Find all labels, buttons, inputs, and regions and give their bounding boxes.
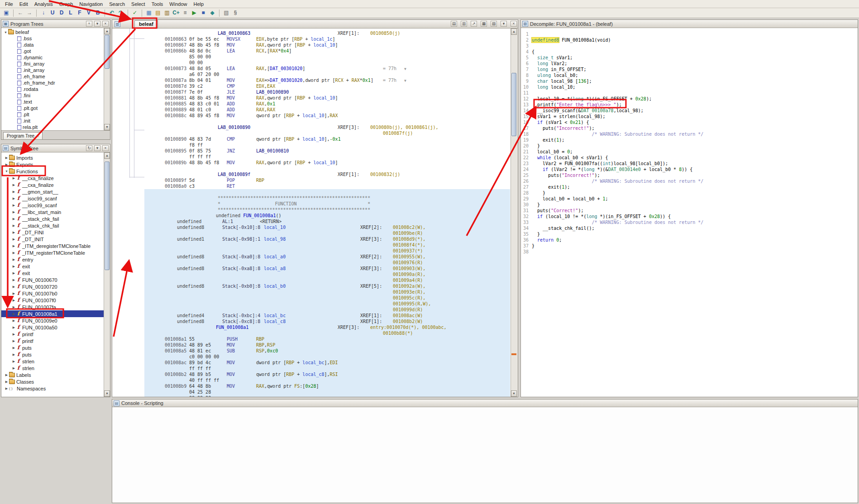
menu-help[interactable]: Help — [190, 1, 207, 7]
tree-item-fun-001007b0[interactable]: ▶FUN_001007b0 — [1, 290, 104, 297]
expander-icon[interactable]: ▶ — [11, 299, 16, 302]
listing-field[interactable]: = 77h — [383, 77, 396, 83]
listing-field[interactable]: SUB — [227, 348, 235, 354]
listing-field[interactable]: 00 00 00 — [189, 395, 211, 397]
expander-icon[interactable]: ▶ — [11, 224, 16, 228]
decompile-line[interactable]: 17 puts("Incorrect!"); — [522, 125, 857, 131]
listing-row[interactable]: undefined8Stack[-0x10]:8local_10XREF[2]:… — [144, 224, 510, 230]
listing-field[interactable]: 001008b2(W) — [393, 319, 423, 324]
tree-item--init[interactable]: .init — [1, 118, 104, 124]
listing-field[interactable]: ****************************************… — [218, 207, 370, 213]
listing-row[interactable]: 00 00 — [144, 60, 510, 66]
tree-item-printf[interactable]: ▶printf — [1, 338, 104, 344]
listing-field[interactable]: 00100850(j) — [370, 30, 400, 36]
listing-field[interactable]: 0f 85 75 — [189, 148, 211, 154]
listing-field[interactable]: CMP — [227, 83, 235, 89]
stop-icon[interactable]: ■ — [199, 9, 207, 17]
listing-row[interactable]: 0010087d39 c2CMPEDX,EAX — [144, 83, 510, 89]
listing-field[interactable]: 001008ac(W) — [393, 313, 423, 319]
listing-row[interactable]: 0010095c(R), — [144, 295, 510, 301]
listing-field[interactable]: 001008a2 — [165, 342, 186, 348]
listing-field[interactable]: 00100867 — [165, 42, 186, 48]
memory-map-icon[interactable]: ▦ — [145, 9, 153, 17]
listing-field[interactable]: local_98 — [264, 236, 286, 242]
decompile-line[interactable]: 5 size_t sVar1; — [522, 55, 857, 61]
listing-field[interactable]: 00100903(W), — [393, 266, 425, 271]
listing-row[interactable]: 0010089048 83 7dCMPqword ptr [RBP + loca… — [144, 136, 510, 142]
decompile-line[interactable]: 10 long local_10; — [522, 84, 857, 90]
listing-field[interactable]: LEA — [227, 66, 235, 71]
listing-field[interactable]: entry:0010070d(*), 00100abc, — [370, 324, 447, 330]
listing-row[interactable]: 00100b88(*) — [144, 330, 510, 336]
expander-icon[interactable]: ▶ — [4, 156, 9, 160]
validate-icon[interactable]: ✓ — [131, 9, 139, 17]
listing-field[interactable]: 48 89 45 f8 — [189, 113, 219, 119]
listing-field[interactable]: 8b 04 01 — [189, 77, 211, 83]
listing-field[interactable]: XREF[3]: — [360, 266, 382, 271]
listing-field[interactable]: RAX,[DAT_00301020] — [256, 66, 305, 71]
decompile-line[interactable]: 9 char local_98 [136]; — [522, 78, 857, 84]
listing-field[interactable]: 001008d9(*), — [393, 236, 425, 242]
console-icon[interactable]: ≡ — [181, 9, 189, 17]
tree-item-fun-00100720[interactable]: ▶FUN_00100720 — [1, 283, 104, 290]
listing-field[interactable]: XREF[2]: — [360, 254, 382, 260]
listing-field[interactable]: 0f be 55 ec — [189, 36, 219, 42]
tree-item--plt[interactable]: .plt — [1, 111, 104, 118]
close-icon[interactable]: × — [102, 145, 109, 151]
decompile-line[interactable]: 15 sVar1 = strlen(local_98); — [522, 114, 857, 119]
decompile-line[interactable]: 31 puts("Correct!"); — [522, 208, 857, 214]
listing-field[interactable]: Stack[-0xb0]:8 — [222, 283, 260, 289]
listing-field[interactable]: local_10 — [264, 224, 286, 230]
expander-icon[interactable]: ▶ — [4, 163, 9, 166]
tree-item-exports[interactable]: ▶Exports — [1, 161, 104, 168]
program-tree-scrollbar[interactable]: ▲ ▼ — [104, 28, 110, 130]
listing-field[interactable]: Stack[-0x98]:1 — [222, 236, 260, 242]
expander-icon[interactable]: ▶ — [11, 204, 16, 207]
expander-icon[interactable]: ▶ — [11, 190, 16, 194]
listing-field[interactable]: LAB_00100890 — [218, 124, 250, 130]
tree-item--isoc99-scanf[interactable]: ▶__isoc99_scanf — [1, 202, 104, 209]
decompile-line[interactable]: 6 long lVar2; — [522, 61, 857, 67]
scroll-thumb[interactable] — [105, 35, 110, 69]
close-icon[interactable]: × — [511, 21, 517, 27]
listing-field[interactable]: 00100b88(*) — [383, 330, 413, 336]
cursor-location-icon[interactable]: ↗ — [471, 21, 477, 27]
listing-field[interactable]: undefined8 — [177, 254, 204, 260]
listing-field[interactable]: XREF[1]: — [360, 313, 382, 319]
listing-field[interactable]: 48 89 b5 — [189, 371, 211, 377]
tree-item--libc-start-main[interactable]: ▶__libc_start_main — [1, 209, 104, 215]
listing-field[interactable]: RBP — [256, 177, 264, 183]
tree-item-beleaf[interactable]: ▼beleaf — [1, 29, 104, 35]
tree-item--itm-registertmclonetable[interactable]: ▶_ITM_registerTMCloneTable — [1, 249, 104, 256]
listing-row[interactable]: 0010088148 8b 45 f8MOVRAX,qword ptr [RBP… — [144, 95, 510, 101]
listing-field[interactable]: 00100976(R) — [393, 260, 423, 266]
listing-field[interactable]: undefined8 — [177, 319, 204, 324]
listing-row[interactable]: 04 25 28 — [144, 389, 510, 395]
listing-field[interactable]: MOV — [227, 95, 235, 101]
expander-icon[interactable]: ▶ — [11, 231, 16, 234]
tree-item-exit[interactable]: ▶exit — [1, 263, 104, 270]
listing-row[interactable]: 0010089f5dPOPRBP — [144, 177, 510, 183]
listing-field[interactable]: LAB_00100810 — [256, 148, 289, 154]
back-icon[interactable]: ← — [16, 9, 24, 17]
listing-field[interactable]: 0010099d(R) — [393, 307, 423, 313]
tree-item--dynamic[interactable]: .dynamic — [1, 54, 104, 61]
listing-field[interactable]: 001008a1 — [165, 336, 186, 342]
listing-row[interactable]: ff ff ff — [144, 154, 510, 160]
override-signature-icon[interactable]: V — [85, 9, 93, 17]
listing-field[interactable]: local_bc — [264, 313, 286, 319]
scroll-thumb[interactable] — [105, 162, 110, 270]
tree-item--fini-array[interactable]: .fini_array — [1, 61, 104, 67]
tree-item-exit[interactable]: ▶exit — [1, 270, 104, 276]
listing-row[interactable]: 001008630f be 55 ecMOVSXEDX,byte ptr [RB… — [144, 36, 510, 42]
tree-item--data[interactable]: .data — [1, 42, 104, 48]
listing-field[interactable]: POP — [227, 177, 235, 183]
listing-field[interactable]: 40 ff ff ff — [189, 377, 219, 383]
decompile-line[interactable]: 27 exit(1); — [522, 184, 857, 190]
listing-field[interactable]: MOV — [227, 42, 235, 48]
listing-row[interactable]: undefined1Stack[-0x98]:1local_98XREF[3]:… — [144, 236, 510, 242]
listing-row[interactable]: 0010087f(j) — [144, 130, 510, 136]
listing-field[interactable]: MOV — [227, 160, 235, 166]
decompile-line[interactable]: 29 local_b0 = local_b0 + 1; — [522, 196, 857, 202]
listing-row[interactable]: 001008b248 89 b5MOVqword ptr [RBP + loca… — [144, 371, 510, 377]
